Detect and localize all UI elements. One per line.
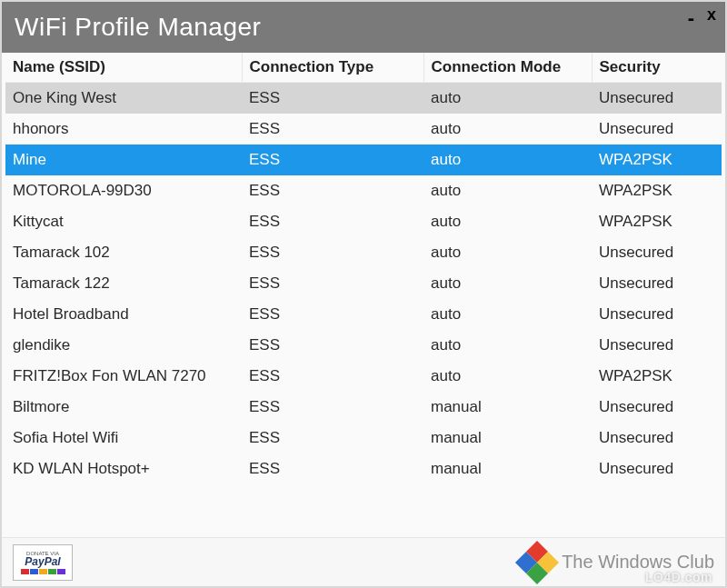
cell-type: ESS [242,175,423,206]
cell-mode: manual [423,423,592,453]
table-row[interactable]: Tamarack 122ESSautoUnsecured [5,268,722,299]
windows-club-brand[interactable]: The Windows Club [522,547,714,578]
table-row[interactable]: glendikeESSautoUnsecured [5,330,722,361]
cell-name: Kittycat [5,206,242,237]
cell-mode: auto [423,145,592,175]
cell-name: Tamarack 122 [5,268,242,299]
table-header-row: Name (SSID) Connection Type Connection M… [5,53,722,83]
cell-mode: auto [423,237,592,268]
cell-type: ESS [242,423,423,453]
cell-type: ESS [242,206,423,237]
table-row[interactable]: MOTOROLA-99D30ESSautoWPA2PSK [5,175,722,206]
table-row[interactable]: KittycatESSautoWPA2PSK [5,206,722,237]
cell-security: WPA2PSK [592,145,722,175]
table-row[interactable]: KD WLAN Hotspot+ESSmanualUnsecured [5,453,722,484]
table-wrap[interactable]: Name (SSID) Connection Type Connection M… [2,53,725,537]
cell-type: ESS [242,453,423,484]
titlebar: WiFi Profile Manager - x [2,2,725,53]
windows-club-label: The Windows Club [562,552,714,573]
col-header-mode[interactable]: Connection Mode [423,53,592,83]
col-header-name[interactable]: Name (SSID) [5,53,242,83]
window-controls: - x [688,5,716,25]
table-row[interactable]: MineESSautoWPA2PSK [5,145,722,175]
cell-mode: auto [423,361,592,392]
cell-mode: auto [423,83,592,115]
cell-type: ESS [242,268,423,299]
cell-type: ESS [242,299,423,330]
table-row[interactable]: FRITZ!Box Fon WLAN 7270ESSautoWPA2PSK [5,361,722,392]
table-row[interactable]: One King WestESSautoUnsecured [5,83,722,115]
cell-type: ESS [242,330,423,361]
minimize-button[interactable]: - [688,8,694,23]
cell-security: Unsecured [592,114,722,145]
cell-name: MOTOROLA-99D30 [5,175,242,206]
cell-name: Mine [5,145,242,175]
cell-type: ESS [242,392,423,423]
col-header-security[interactable]: Security [592,53,722,83]
table-row[interactable]: Tamarack 102ESSautoUnsecured [5,237,722,268]
cell-security: WPA2PSK [592,206,722,237]
cell-security: Unsecured [592,268,722,299]
wifi-profiles-table: Name (SSID) Connection Type Connection M… [5,53,722,484]
donate-paypal-button[interactable]: DONATE VIA PayPal [13,544,73,581]
cell-name: One King West [5,83,242,115]
cell-type: ESS [242,83,423,115]
cell-name: glendike [5,330,242,361]
windows-club-logo-icon [515,540,559,583]
table-row[interactable]: Sofia Hotel WifiESSmanualUnsecured [5,423,722,453]
cell-mode: auto [423,175,592,206]
col-header-type[interactable]: Connection Type [242,53,423,83]
close-button[interactable]: x [707,5,716,25]
footer: DONATE VIA PayPal The Windows Club [2,537,725,586]
cell-security: WPA2PSK [592,361,722,392]
cell-security: Unsecured [592,392,722,423]
cell-type: ESS [242,237,423,268]
cell-security: Unsecured [592,330,722,361]
cell-security: Unsecured [592,453,722,484]
cell-name: KD WLAN Hotspot+ [5,453,242,484]
cell-security: Unsecured [592,237,722,268]
cell-mode: auto [423,330,592,361]
cell-name: Tamarack 102 [5,237,242,268]
cell-type: ESS [242,114,423,145]
window-title: WiFi Profile Manager [15,13,261,42]
cell-name: FRITZ!Box Fon WLAN 7270 [5,361,242,392]
cell-name: Hotel Broadband [5,299,242,330]
table-row[interactable]: BiltmoreESSmanualUnsecured [5,392,722,423]
cell-security: Unsecured [592,83,722,115]
cell-type: ESS [242,361,423,392]
cell-type: ESS [242,145,423,175]
cell-mode: auto [423,206,592,237]
cell-mode: auto [423,268,592,299]
paypal-cards-icon [21,569,65,574]
table-row[interactable]: Hotel BroadbandESSautoUnsecured [5,299,722,330]
cell-name: Sofia Hotel Wifi [5,423,242,453]
cell-name: hhonors [5,114,242,145]
window: WiFi Profile Manager - x Name (SSID) Con… [0,0,727,588]
paypal-label: PayPal [25,556,60,567]
cell-mode: auto [423,299,592,330]
cell-security: Unsecured [592,299,722,330]
table-row[interactable]: hhonorsESSautoUnsecured [5,114,722,145]
cell-name: Biltmore [5,392,242,423]
cell-mode: manual [423,392,592,423]
cell-security: WPA2PSK [592,175,722,206]
cell-mode: auto [423,114,592,145]
cell-security: Unsecured [592,423,722,453]
cell-mode: manual [423,453,592,484]
